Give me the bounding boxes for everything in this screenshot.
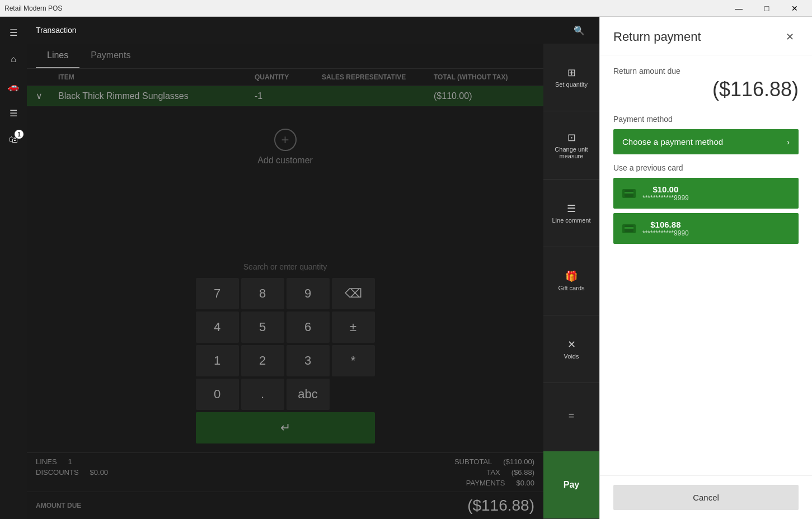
sidebar: ☰ ⌂ 🚗 ☰ 🛍 1 <box>0 17 27 519</box>
sidebar-list-button[interactable]: ☰ <box>2 102 25 124</box>
lines-scroll: ∨ Black Thick Rimmed Sunglasses -1 ($110… <box>27 86 543 253</box>
payments-label: PAYMENTS <box>466 479 505 487</box>
discounts-value: $0.00 <box>90 468 109 476</box>
choose-payment-label: Choose a payment method <box>622 137 723 147</box>
set-quantity-label: Set quantity <box>555 81 588 88</box>
tab-payments[interactable]: Payments <box>79 44 142 68</box>
choose-payment-button[interactable]: Choose a payment method › <box>613 129 799 154</box>
numpad: 7 8 9 ⌫ 4 5 6 ± 1 2 3 * 0 <box>196 278 375 443</box>
return-payment-panel: Return payment ✕ Return amount due ($116… <box>599 17 812 519</box>
maximize-button[interactable]: □ <box>754 0 780 17</box>
card-icon-1 <box>622 224 636 233</box>
payment-method-label: Payment method <box>613 115 799 124</box>
plusminus-button[interactable]: ± <box>332 312 375 343</box>
set-quantity-icon: ⊞ <box>567 67 576 79</box>
minimize-button[interactable]: — <box>726 0 752 17</box>
close-icon: ✕ <box>786 31 794 43</box>
return-payment-close-button[interactable]: ✕ <box>781 28 799 46</box>
multiply-button[interactable]: * <box>332 345 375 376</box>
voids-label: Voids <box>564 353 579 360</box>
discounts-row: DISCOUNTS $0.00 <box>36 468 108 476</box>
num-7[interactable]: 7 <box>196 278 239 309</box>
pay-button[interactable]: Pay <box>543 451 599 519</box>
line-comment-button[interactable]: ☰ Line comment <box>543 180 599 247</box>
lines-label: LINES <box>36 457 57 466</box>
num-5[interactable]: 5 <box>241 312 284 343</box>
enter-button[interactable]: ↵ <box>196 412 375 443</box>
change-unit-button[interactable]: ⊡ Change unit measure <box>543 111 599 179</box>
gift-cards-icon: 🎁 <box>565 270 578 282</box>
set-quantity-button[interactable]: ⊞ Set quantity <box>543 44 599 111</box>
sidebar-bag-button[interactable]: 🛍 1 <box>2 129 25 151</box>
item-total: ($110.00) <box>434 91 534 101</box>
top-bar: Transaction 🔍 <box>27 17 599 44</box>
pay-label: Pay <box>564 480 579 490</box>
change-unit-icon: ⊡ <box>567 131 576 144</box>
gift-cards-button[interactable]: 🎁 Gift cards <box>543 247 599 315</box>
search-button[interactable]: 🔍 <box>568 19 590 41</box>
voids-icon: ✕ <box>567 338 576 351</box>
totals-button[interactable]: = <box>543 383 599 451</box>
num-4[interactable]: 4 <box>196 312 239 343</box>
rp-footer: Cancel <box>600 475 812 519</box>
middle-section: Lines Payments ITEM QUANTITY SALES REPRE… <box>27 44 599 519</box>
tab-lines[interactable]: Lines <box>36 44 79 68</box>
add-customer-area[interactable]: + Add customer <box>27 106 543 188</box>
discounts-label: DISCOUNTS <box>36 468 79 476</box>
table-header: ITEM QUANTITY SALES REPRESENTATIVE TOTAL… <box>27 69 543 86</box>
vehicle-icon: 🚗 <box>8 81 19 92</box>
card-option-1[interactable]: $106.88 ************9990 <box>613 213 799 244</box>
card-amount-0: $10.00 <box>642 185 689 194</box>
list-icon: ☰ <box>10 108 17 119</box>
app-container: ☰ ⌂ 🚗 ☰ 🛍 1 Transaction 🔍 <box>0 17 812 519</box>
numpad-area: Search or enter quantity 7 8 9 ⌫ 4 5 6 ±… <box>27 253 543 452</box>
rp-header: Return payment ✕ <box>600 17 812 55</box>
sidebar-home-button[interactable]: ⌂ <box>2 48 25 70</box>
num-9[interactable]: 9 <box>287 278 330 309</box>
col-item: ITEM <box>58 73 255 81</box>
num-2[interactable]: 2 <box>241 345 284 376</box>
payments-value: $0.00 <box>516 479 534 487</box>
lines-row: LINES 1 <box>36 457 108 466</box>
lines-content: ITEM QUANTITY SALES REPRESENTATIVE TOTAL… <box>27 69 543 519</box>
tax-label: TAX <box>486 468 500 476</box>
lines-value: 1 <box>68 457 72 466</box>
sidebar-vehicle-button[interactable]: 🚗 <box>2 75 25 97</box>
title-bar: Retail Modern POS — □ ✕ <box>0 0 812 17</box>
num-0[interactable]: 0 <box>196 379 239 410</box>
col-quantity: QUANTITY <box>255 73 322 81</box>
svg-rect-3 <box>625 227 633 229</box>
card-icon-0 <box>622 189 636 198</box>
amount-due-bar: AMOUNT DUE ($116.88) <box>27 492 543 519</box>
backspace-button[interactable]: ⌫ <box>332 278 375 309</box>
tax-row: TAX ($6.88) <box>486 468 534 476</box>
col-sales-rep: SALES REPRESENTATIVE <box>322 73 434 81</box>
add-customer-icon: + <box>274 129 297 151</box>
payments-row: PAYMENTS $0.00 <box>466 479 534 487</box>
sidebar-menu-button[interactable]: ☰ <box>2 21 25 44</box>
search-quantity-label: Search or enter quantity <box>36 262 534 271</box>
num-3[interactable]: 3 <box>287 345 330 376</box>
transaction-title: Transaction <box>36 26 564 35</box>
amount-due-value: ($116.88) <box>467 497 534 515</box>
cancel-button[interactable]: Cancel <box>613 485 799 510</box>
abc-button[interactable]: abc <box>287 379 330 410</box>
row-chevron: ∨ <box>36 91 58 101</box>
card-option-0[interactable]: $10.00 ************9999 <box>613 178 799 209</box>
left-section: Lines Payments ITEM QUANTITY SALES REPRE… <box>27 44 543 519</box>
tabs-bar: Lines Payments <box>27 44 543 69</box>
rp-body: Return amount due ($116.88) Payment meth… <box>600 55 812 475</box>
chevron-down-icon: ∨ <box>36 91 43 101</box>
equals-icon: = <box>569 410 575 422</box>
voids-button[interactable]: ✕ Voids <box>543 315 599 383</box>
card-info-1: $106.88 ************9990 <box>642 220 689 237</box>
num-8[interactable]: 8 <box>241 278 284 309</box>
card-number-0: ************9999 <box>642 194 689 202</box>
close-button[interactable]: ✕ <box>782 0 808 17</box>
app-title: Retail Modern POS <box>4 4 62 12</box>
card-amount-1: $106.88 <box>642 220 689 229</box>
decimal-button[interactable]: . <box>241 379 284 410</box>
num-1[interactable]: 1 <box>196 345 239 376</box>
table-row[interactable]: ∨ Black Thick Rimmed Sunglasses -1 ($110… <box>27 86 543 106</box>
num-6[interactable]: 6 <box>287 312 330 343</box>
